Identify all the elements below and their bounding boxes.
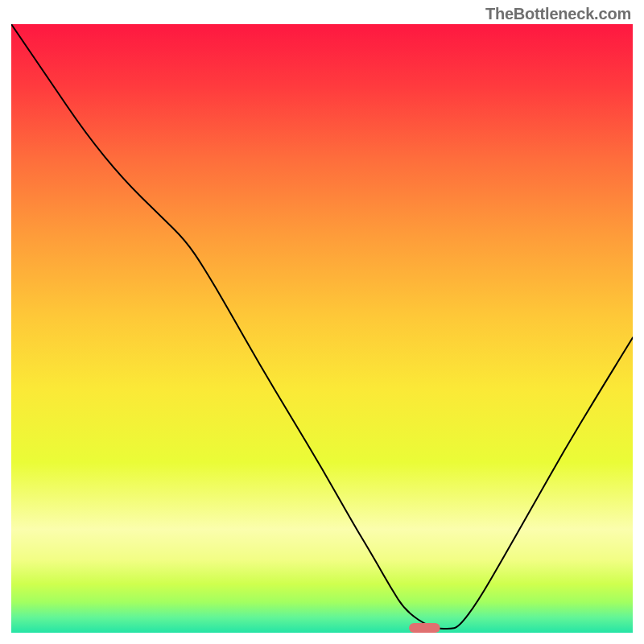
- chart-svg: [11, 24, 633, 633]
- chart-area: [11, 24, 633, 633]
- chart-background: [11, 24, 633, 633]
- optimal-point: [409, 623, 440, 633]
- watermark-text: TheBottleneck.com: [485, 5, 631, 23]
